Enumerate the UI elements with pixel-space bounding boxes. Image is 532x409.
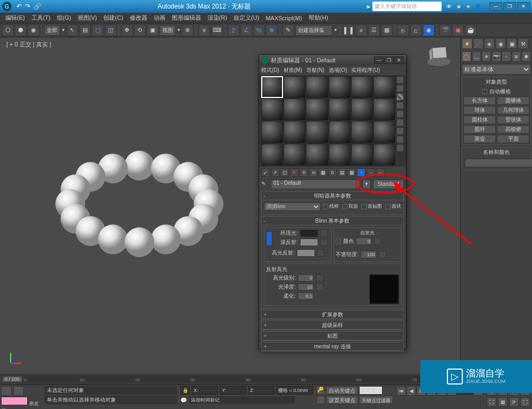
move-icon[interactable]: ✥ xyxy=(121,24,133,36)
curve-editor-icon[interactable]: ⎋ xyxy=(397,24,409,36)
chevron-right-icon[interactable]: ▸ xyxy=(367,3,370,10)
viewcube[interactable] xyxy=(426,42,452,68)
y-coord[interactable]: Y: xyxy=(220,386,246,395)
bind-icon[interactable]: ◉ xyxy=(28,24,39,36)
x-coord[interactable]: X: xyxy=(192,386,218,395)
primitive-button[interactable]: 茶壶 xyxy=(463,135,496,143)
goto-start-icon[interactable]: ⏮ xyxy=(396,386,406,396)
undo-icon[interactable]: ↶ xyxy=(16,3,22,10)
selection-filter[interactable]: 全部 xyxy=(44,25,60,36)
scale-icon[interactable]: ▣ xyxy=(147,24,159,36)
menu-maxscript[interactable]: MAXScript(M) xyxy=(262,15,305,21)
twosided-checkbox[interactable] xyxy=(342,204,347,209)
sample-uv-icon[interactable] xyxy=(396,102,404,109)
window-crossing-icon[interactable]: ◫ xyxy=(105,24,117,36)
auto-key-button[interactable]: 自动关键点 xyxy=(326,386,358,395)
align-icon[interactable]: ≡ xyxy=(355,24,367,36)
minmax-icon[interactable]: ⛶ xyxy=(520,397,530,407)
systems-tab[interactable]: ✱ xyxy=(521,51,531,62)
menu-customize[interactable]: 自定义(U) xyxy=(230,14,262,22)
primitive-button[interactable]: 圆锥体 xyxy=(497,96,529,105)
prev-frame-icon[interactable]: ◀ xyxy=(406,386,416,396)
make-preview-icon[interactable] xyxy=(396,119,404,126)
material-slot[interactable] xyxy=(329,121,351,143)
material-name-dropdown[interactable]: ▼ xyxy=(362,179,371,189)
set-key-button[interactable]: 设置关键点 xyxy=(326,396,358,404)
spacewarps-tab[interactable]: ≋ xyxy=(512,51,521,62)
material-slot[interactable] xyxy=(261,144,283,166)
lights-tab[interactable]: ☀ xyxy=(481,51,491,62)
z-coord[interactable]: Z: xyxy=(248,386,275,395)
pick-material-icon[interactable]: ✎ xyxy=(261,181,269,188)
material-slot[interactable] xyxy=(373,121,395,143)
me-menu-options[interactable]: 选项(O) xyxy=(329,67,347,74)
zoom-all-icon[interactable]: ▦ xyxy=(498,397,508,407)
pivot-icon[interactable]: ⊕ xyxy=(182,24,194,36)
helpers-tab[interactable]: ▫ xyxy=(502,51,511,62)
set-key-icon[interactable] xyxy=(317,396,325,404)
menu-group[interactable]: 组(G) xyxy=(54,14,74,22)
material-slot[interactable] xyxy=(351,76,373,98)
material-slot[interactable] xyxy=(284,99,305,120)
key-filter-button[interactable]: 关键点过滤器 xyxy=(359,396,393,404)
primitive-button[interactable]: 几何球体 xyxy=(497,106,529,114)
me-menu-navigation[interactable]: 导航(N) xyxy=(306,67,325,74)
material-slot[interactable] xyxy=(351,121,373,143)
close-button[interactable]: ✕ xyxy=(517,2,530,11)
material-editor-icon[interactable]: ◉ xyxy=(423,24,435,36)
gloss-map-button[interactable] xyxy=(316,283,323,291)
opacity-map-button[interactable] xyxy=(379,251,386,258)
graphite-icon[interactable]: ▦ xyxy=(381,24,393,36)
zoom-extents-icon[interactable]: ⛶ xyxy=(487,397,496,407)
menu-create[interactable]: 创建(C) xyxy=(100,14,126,22)
put-to-scene-icon[interactable]: ↗ xyxy=(271,168,279,177)
material-slot[interactable] xyxy=(284,121,305,143)
reset-material-icon[interactable]: ✕ xyxy=(290,168,298,177)
me-restore-button[interactable]: ❐ xyxy=(384,56,394,64)
material-slot[interactable] xyxy=(306,99,328,120)
video-color-icon[interactable] xyxy=(396,110,404,118)
lock-selection-icon[interactable]: 🔒 xyxy=(180,386,190,395)
utilities-tab[interactable]: ⚒ xyxy=(518,38,528,49)
ambient-diffuse-lock[interactable] xyxy=(266,231,272,246)
display-tab[interactable]: ▣ xyxy=(506,38,517,49)
diffuse-swatch[interactable] xyxy=(300,239,318,246)
options-icon[interactable] xyxy=(396,127,404,135)
rotate-icon[interactable]: ⟲ xyxy=(134,24,146,36)
me-menu-material[interactable]: 材质(M) xyxy=(284,67,302,74)
autogrid-checkbox[interactable] xyxy=(482,89,487,94)
shapes-tab[interactable]: ◡ xyxy=(472,51,481,62)
me-menu-utilities[interactable]: 实用程序(U) xyxy=(351,67,380,74)
put-to-library-icon[interactable]: ▦ xyxy=(319,168,327,177)
primitive-button[interactable]: 长方体 xyxy=(463,96,496,105)
primitive-button[interactable]: 平面 xyxy=(497,135,529,143)
show-map-icon[interactable]: ▤ xyxy=(338,168,346,177)
go-parent-icon[interactable]: ↑ xyxy=(357,168,365,177)
wire-checkbox[interactable] xyxy=(323,204,328,209)
location-button[interactable] xyxy=(1,397,28,405)
select-icon[interactable]: ↖ xyxy=(66,24,78,36)
cameras-tab[interactable]: 📷 xyxy=(492,51,501,62)
opacity-spinner[interactable]: 100 xyxy=(361,251,377,258)
material-slot[interactable] xyxy=(373,99,395,120)
material-slot[interactable] xyxy=(261,121,283,143)
material-slot[interactable] xyxy=(306,144,328,166)
snap-percent-icon[interactable]: % xyxy=(253,24,265,36)
material-slot[interactable] xyxy=(329,144,351,166)
show-end-result-icon[interactable]: ▦ xyxy=(347,168,356,177)
go-forward-icon[interactable]: → xyxy=(367,168,375,177)
primitive-type-dropdown[interactable]: 标准基本体 xyxy=(462,64,531,75)
create-tab[interactable]: ✹ xyxy=(462,38,472,49)
material-slot[interactable] xyxy=(261,99,283,120)
viewport-label[interactable]: [ + 0 正交 ] 真实 ] xyxy=(6,40,51,48)
spec-level-map-button[interactable] xyxy=(316,274,323,282)
material-slot[interactable] xyxy=(373,144,395,166)
spec-level-spinner[interactable]: 0 xyxy=(298,274,314,282)
tool-icon[interactable]: ✦ xyxy=(464,2,472,11)
material-editor-titlebar[interactable]: 材质编辑器 - 01 - Default — ❐ ✕ xyxy=(259,55,406,66)
time-config-icon[interactable] xyxy=(1,386,12,396)
menu-help[interactable]: 帮助(H) xyxy=(305,14,331,22)
motion-tab[interactable]: ◉ xyxy=(495,38,506,49)
geometry-tab[interactable]: ◯ xyxy=(462,51,471,62)
supersampling-header[interactable]: +超级采样 xyxy=(262,321,403,330)
